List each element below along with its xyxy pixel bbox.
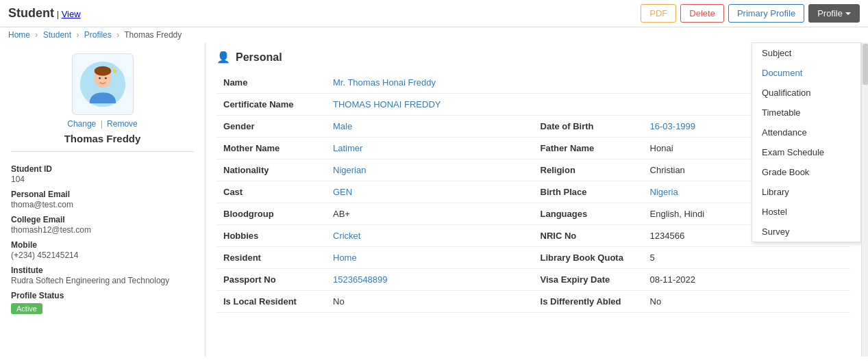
page-header: Student | View PDF Delete Primary Profil… <box>0 0 868 27</box>
field-label-visa-expiry: Visa Expiry Date <box>534 269 643 291</box>
content-area: 👤 Personal Name Mr. Thomas Honai Freddy … <box>206 42 861 357</box>
field-value-resident: Home <box>326 247 534 269</box>
field-value-gender: Male <box>326 116 534 138</box>
menu-item-timetable[interactable]: Timetable <box>752 103 860 122</box>
profile-dropdown-button[interactable]: Profile <box>808 4 860 23</box>
field-value-mother: Latimer <box>326 138 534 159</box>
field-value-differently-abled: No <box>643 291 850 313</box>
field-value-cast: GEN <box>326 181 534 203</box>
menu-item-library[interactable]: Library <box>752 182 860 202</box>
profile-status-label: Profile Status <box>11 291 194 300</box>
field-value-library-quota: 5 <box>643 247 850 269</box>
main-layout: Change | Remove Thomas Freddy Student ID… <box>0 42 868 357</box>
personal-email-label: Personal Email <box>11 190 194 199</box>
menu-item-qualification[interactable]: Qualification <box>752 83 860 103</box>
menu-item-survey[interactable]: Survey <box>752 222 860 242</box>
table-row: Resident Home Library Book Quota 5 <box>216 247 850 269</box>
svg-point-5 <box>112 69 116 73</box>
menu-item-attendance[interactable]: Attendance <box>752 122 860 142</box>
student-id-value: 104 <box>11 174 194 184</box>
field-value-passport: 15236548899 <box>326 269 534 291</box>
field-label-religion: Religion <box>534 159 643 181</box>
college-email-value: thomash12@test.com <box>11 225 194 235</box>
field-label-cast: Cast <box>216 181 326 203</box>
avatar <box>79 60 127 108</box>
table-row: Is Local Resident No Is Differently Able… <box>216 291 850 313</box>
college-email-label: College Email <box>11 215 194 224</box>
avatar-links: Change | Remove <box>67 119 138 129</box>
menu-item-subject[interactable]: Subject <box>752 43 860 63</box>
field-value-hobbies: Cricket <box>326 225 534 247</box>
pdf-button[interactable]: PDF <box>641 4 676 23</box>
field-label-hobbies: Hobbies <box>216 225 326 247</box>
field-value-nationality: Nigerian <box>326 159 534 181</box>
field-label-languages: Languages <box>534 203 643 225</box>
field-label-mother: Mother Name <box>216 138 326 159</box>
page-title-text: Student <box>8 6 54 20</box>
svg-point-3 <box>99 77 101 79</box>
menu-item-document[interactable]: Document <box>752 63 860 83</box>
field-label-resident: Resident <box>216 247 326 269</box>
field-label-nric: NRIC No <box>534 225 643 247</box>
field-label-name: Name <box>216 72 326 94</box>
field-label-bloodgroup: Bloodgroup <box>216 203 326 225</box>
field-label-nationality: Nationality <box>216 159 326 181</box>
avatar-container <box>72 53 134 115</box>
page-title: Student | View <box>8 6 81 21</box>
field-label-gender: Gender <box>216 116 326 138</box>
field-value-visa-expiry: 08-11-2022 <box>643 269 850 291</box>
breadcrumb-profiles[interactable]: Profiles <box>84 30 112 40</box>
profile-status-badge: Active <box>11 303 42 314</box>
institute-value: Rudra Softech Engineering and Technology <box>11 276 194 285</box>
svg-point-6 <box>111 66 114 69</box>
breadcrumb-student[interactable]: Student <box>43 30 71 40</box>
institute-label: Institute <box>11 266 194 275</box>
breadcrumb-home[interactable]: Home <box>8 30 30 40</box>
field-label-cert: Certificate Name <box>216 94 326 116</box>
menu-item-exam-schedule[interactable]: Exam Schedule <box>752 142 860 162</box>
view-link[interactable]: View <box>62 9 81 19</box>
primary-profile-button[interactable]: Primary Profile <box>728 4 804 23</box>
sidebar-info: Student ID 104 Personal Email thoma@test… <box>11 151 194 314</box>
change-avatar-link[interactable]: Change <box>67 119 96 129</box>
scrollbar[interactable] <box>861 42 868 357</box>
section-title-personal: Personal <box>236 51 282 64</box>
field-label-father: Father Name <box>534 138 643 159</box>
menu-item-grade-book[interactable]: Grade Book <box>752 162 860 182</box>
field-label-local-resident: Is Local Resident <box>216 291 326 313</box>
title-separator: | <box>57 9 62 19</box>
menu-item-hostel[interactable]: Hostel <box>752 202 860 222</box>
field-label-dob: Date of Birth <box>534 116 643 138</box>
field-label-differently-abled: Is Differently Abled <box>534 291 643 313</box>
dropdown-caret-icon <box>845 12 851 15</box>
profile-dropdown-menu: Subject Document Qualification Timetable… <box>752 42 861 242</box>
student-name: Thomas Freddy <box>64 133 141 144</box>
scrollbar-thumb <box>863 44 868 85</box>
person-icon: 👤 <box>216 51 230 64</box>
field-label-passport: Passport No <box>216 269 326 291</box>
personal-email-value: thoma@test.com <box>11 200 194 209</box>
table-row: Passport No 15236548899 Visa Expiry Date… <box>216 269 850 291</box>
header-buttons: PDF Delete Primary Profile Profile <box>641 4 860 23</box>
breadcrumb-current: Thomas Freddy <box>124 30 182 40</box>
mobile-value: (+234) 452145214 <box>11 250 194 260</box>
field-label-birthplace: Birth Place <box>534 181 643 203</box>
breadcrumb: Home › Student › Profiles › Thomas Fredd… <box>0 27 868 42</box>
field-value-bloodgroup: AB+ <box>326 203 534 225</box>
mobile-label: Mobile <box>11 240 194 250</box>
sidebar: Change | Remove Thomas Freddy Student ID… <box>0 42 206 357</box>
svg-point-2 <box>94 66 111 76</box>
field-label-library-quota: Library Book Quota <box>534 247 643 269</box>
field-value-local-resident: No <box>326 291 534 313</box>
remove-avatar-link[interactable]: Remove <box>107 119 138 129</box>
student-id-label: Student ID <box>11 164 194 174</box>
svg-point-4 <box>105 77 107 79</box>
delete-button[interactable]: Delete <box>680 4 724 23</box>
